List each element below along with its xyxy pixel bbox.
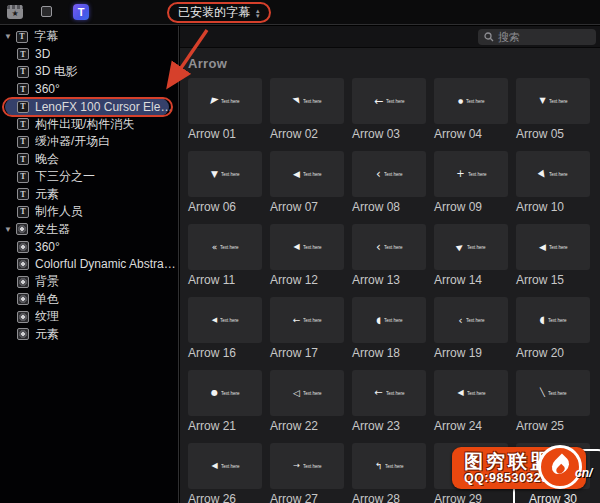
title-thumbnail[interactable]: ◖Text here <box>352 297 426 343</box>
disclosure-triangle-icon[interactable]: ▼ <box>4 32 16 41</box>
thumbnail-placeholder-text: Text here <box>221 172 230 177</box>
title-thumbnail[interactable]: ╲Text here <box>516 370 590 416</box>
thumbnail-placeholder-text: Text here <box>548 318 557 323</box>
thumbnail-placeholder-text: Text here <box>220 318 229 323</box>
thumbnail-placeholder-text: Text here <box>467 391 476 396</box>
title-thumbnail[interactable]: →Text here <box>270 443 344 489</box>
title-thumbnail[interactable]: ↰Text here <box>352 443 426 489</box>
thumbnail-placeholder-text: Text here <box>303 172 312 177</box>
title-tile: ◁Text hereArrow 22 <box>270 370 344 434</box>
arrow-glyph-icon: ◀ <box>539 243 546 252</box>
arrow-glyph-icon: ● <box>458 98 463 104</box>
chevron-up-down-icon: ▴▾ <box>256 8 260 18</box>
title-thumbnail[interactable]: ▶Text here <box>434 224 508 270</box>
sidebar-item[interactable]: T构件出现/构件消失 <box>0 116 178 134</box>
sidebar-section-generators[interactable]: ▼发生器 <box>0 221 178 239</box>
title-thumbnail[interactable]: ◀Text here <box>188 297 262 343</box>
sidebar-item[interactable]: T3D <box>0 46 178 64</box>
title-thumbnail[interactable]: ◀Text here <box>516 224 590 270</box>
sidebar-item[interactable]: T360° <box>0 81 178 99</box>
media-browser-icon[interactable] <box>6 3 24 21</box>
title-tile-label: Arrow 12 <box>270 273 344 288</box>
title-thumbnail[interactable]: ◀Text here <box>270 224 344 270</box>
arrow-glyph-icon: ◖ <box>540 315 545 325</box>
arrow-glyph-icon: ◤ <box>210 96 219 106</box>
sidebar-item-label: LenoFX 100 Cursor Elements <box>35 100 178 114</box>
arrow-glyph-icon: ‹ <box>376 168 381 180</box>
title-thumbnail[interactable]: ‹Text here <box>352 224 426 270</box>
browser-toolbar: ♪ T 已安装的字幕 ▴▾ <box>0 0 600 25</box>
sidebar-item-label: 3D <box>35 47 50 61</box>
arrow-glyph-icon: ◀ <box>293 170 300 179</box>
disclosure-triangle-icon[interactable]: ▼ <box>4 225 16 234</box>
sidebar-item[interactable]: T缓冲器/开场白 <box>0 133 178 151</box>
title-tile-label: Arrow 18 <box>352 346 426 361</box>
title-thumbnail[interactable]: +Text here <box>434 151 508 197</box>
thumbnail-placeholder-text: Text here <box>386 99 395 104</box>
toolbar-icon-group: ♪ T <box>6 3 90 21</box>
arrow-glyph-icon: ← <box>374 388 382 398</box>
title-tile-label: Arrow 03 <box>352 127 426 142</box>
sidebar-item[interactable]: 元素 <box>0 326 178 344</box>
arrow-glyph-icon: ◥ <box>293 97 300 106</box>
installed-titles-dropdown[interactable]: 已安装的字幕 ▴▾ <box>167 2 271 23</box>
titles-generators-icon[interactable]: T <box>72 3 90 21</box>
arrow-glyph-icon: ◀ <box>212 317 217 324</box>
sidebar-section-titles[interactable]: ▼T字幕 <box>0 28 178 46</box>
title-thumbnail[interactable]: ◁Text here <box>270 370 344 416</box>
sidebar-item[interactable]: 单色 <box>0 291 178 309</box>
sidebar-item-label: 晚会 <box>35 151 59 168</box>
title-thumbnail[interactable]: ◀Text here <box>188 443 262 489</box>
title-tile-label: Arrow 29 <box>434 492 508 503</box>
title-thumbnail[interactable]: ←Text here <box>352 78 426 124</box>
sidebar-item[interactable]: T晚会 <box>0 151 178 169</box>
sidebar-item-label: 3D 电影 <box>35 63 78 80</box>
title-tile: ←Text hereArrow 17 <box>270 297 344 361</box>
thumbnail-placeholder-text: Text here <box>303 245 312 250</box>
sidebar-item[interactable]: T下三分之一 <box>0 168 178 186</box>
title-tile: ▼Text hereArrow 10 <box>516 151 590 215</box>
title-thumbnail[interactable]: ←Text here <box>270 297 344 343</box>
title-tile-label: Arrow 30 <box>516 492 590 503</box>
titles-grid-scroll[interactable]: Arrow ◤Text hereArrow 01◥Text hereArrow … <box>180 49 600 503</box>
title-thumbnail[interactable]: ◀Text here <box>270 151 344 197</box>
title-thumbnail[interactable]: ◀Text here <box>434 370 508 416</box>
sidebar-item[interactable]: T3D 电影 <box>0 63 178 81</box>
thumbnail-placeholder-text: Text here <box>384 172 393 177</box>
arrow-glyph-icon: ↰ <box>375 462 383 471</box>
title-thumbnail[interactable]: ▼Text here <box>516 78 590 124</box>
search-input[interactable]: 搜索 <box>478 29 596 45</box>
sidebar-item[interactable]: Colorful Dynamic Abstract... <box>0 256 178 274</box>
thumbnail-placeholder-text: Text here <box>549 99 558 104</box>
sidebar-item[interactable]: TLenoFX 100 Cursor Elements <box>0 98 178 116</box>
title-thumbnail[interactable]: ‹Text here <box>434 297 508 343</box>
title-tile: ◀Text hereArrow 12 <box>270 224 344 288</box>
sidebar-item-label: 元素 <box>35 326 59 343</box>
sidebar-item[interactable]: 背景 <box>0 273 178 291</box>
title-thumbnail[interactable]: ◤Text here <box>188 78 262 124</box>
photos-audio-icon[interactable]: ♪ <box>39 3 57 21</box>
generators-icon <box>17 311 29 323</box>
title-thumbnail[interactable]: ◥Text here <box>270 78 344 124</box>
title-tile: ←Text hereArrow 23 <box>352 370 426 434</box>
thumbnail-placeholder-text: Text here <box>468 172 477 177</box>
title-tile: ╲Text hereArrow 25 <box>516 370 590 434</box>
title-thumbnail[interactable]: «Text here <box>188 224 262 270</box>
title-tile-label: Arrow 13 <box>352 273 426 288</box>
title-thumbnail[interactable]: ▼Text here <box>516 151 590 197</box>
sidebar-item[interactable]: 纹理 <box>0 308 178 326</box>
title-thumbnail[interactable]: ●Text here <box>188 370 262 416</box>
sidebar-item[interactable]: T制作人员 <box>0 203 178 221</box>
titles-icon: T <box>17 206 29 218</box>
title-thumbnail[interactable]: ←Text here <box>352 370 426 416</box>
generators-icon <box>16 223 28 235</box>
title-thumbnail[interactable]: ◖Text here <box>516 297 590 343</box>
title-tile-label: Arrow 21 <box>188 419 262 434</box>
arrow-glyph-icon: ◁ <box>293 389 300 398</box>
title-thumbnail[interactable]: ●Text here <box>434 78 508 124</box>
sidebar-item[interactable]: T元素 <box>0 186 178 204</box>
title-thumbnail[interactable]: ▼Text here <box>188 151 262 197</box>
sidebar-item[interactable]: 360° <box>0 238 178 256</box>
title-tile-label: Arrow 24 <box>434 419 508 434</box>
title-thumbnail[interactable]: ‹Text here <box>352 151 426 197</box>
